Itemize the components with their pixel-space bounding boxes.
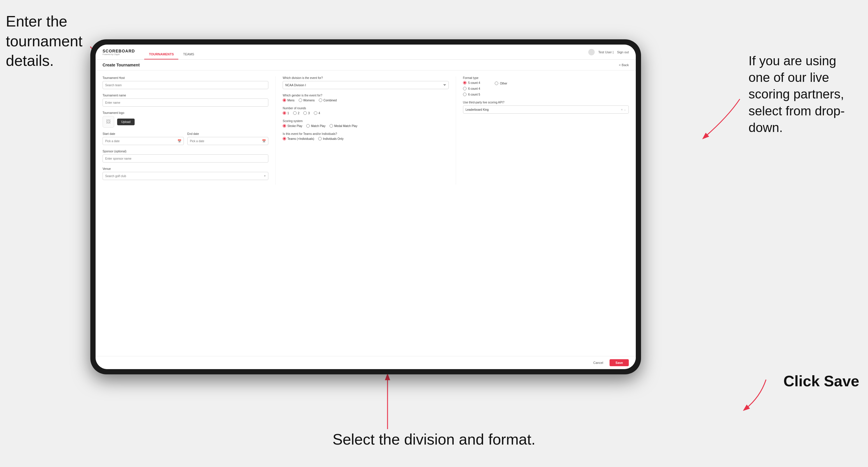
rounds-3-radio[interactable] <box>303 111 307 115</box>
event-teams[interactable]: Teams (+Individuals) <box>283 137 314 141</box>
gender-womens[interactable]: Womens <box>299 98 315 102</box>
scoring-stroke[interactable]: Stroke Play <box>283 124 302 128</box>
format-5count4-radio[interactable] <box>463 81 466 85</box>
gender-combined-radio[interactable] <box>319 98 322 102</box>
tablet-frame: SCOREBOARD Powered by Clippit TOURNAMENT… <box>90 39 641 374</box>
format-radio-group: 5 count 4 6 count 4 6 count 5 <box>463 81 480 96</box>
scoring-label: Scoring system <box>283 119 448 123</box>
annotation-enter-tournament: Enter the tournament details. <box>6 12 87 71</box>
brand-title: SCOREBOARD <box>102 49 135 53</box>
scoring-match[interactable]: Match Play <box>306 124 325 128</box>
division-label: Which division is the event for? <box>283 76 448 80</box>
form-footer: Cancel Save <box>96 356 636 369</box>
tournament-host-group: Tournament Host <box>102 76 268 89</box>
gender-mens-radio[interactable] <box>283 98 286 102</box>
user-label: Test User | <box>598 51 613 54</box>
tablet-screen: SCOREBOARD Powered by Clippit TOURNAMENT… <box>96 44 636 369</box>
signout-link[interactable]: Sign out <box>617 51 629 54</box>
logo-placeholder: 🖼 <box>102 116 114 128</box>
rounds-2-radio[interactable] <box>293 111 297 115</box>
cancel-button[interactable]: Cancel <box>590 359 607 366</box>
end-date-input[interactable] <box>187 137 269 145</box>
rounds-radio-group: 1 2 3 4 <box>283 111 448 115</box>
gender-womens-radio[interactable] <box>299 98 302 102</box>
tab-teams[interactable]: TEAMS <box>178 44 199 59</box>
back-link[interactable]: < Back <box>619 63 629 67</box>
format-6count5[interactable]: 6 count 5 <box>463 93 480 96</box>
format-type-label: Format type <box>463 76 629 80</box>
save-button[interactable]: Save <box>610 359 629 366</box>
format-type-group: Format type 5 count 4 6 count 4 <box>463 76 629 96</box>
venue-input[interactable] <box>102 172 268 180</box>
format-6count4-radio[interactable] <box>463 87 466 90</box>
image-icon: 🖼 <box>106 119 111 124</box>
upload-button[interactable]: Upload <box>117 119 135 125</box>
venue-label: Venue <box>102 167 268 170</box>
tournament-name-group: Tournament name <box>102 94 268 106</box>
division-group: Which division is the event for? NCAA Di… <box>283 76 448 89</box>
scoring-medal[interactable]: Medal Match Play <box>330 124 357 128</box>
form-col-3: Format type 5 count 4 6 count 4 <box>456 76 629 185</box>
tab-tournaments[interactable]: TOURNAMENTS <box>144 44 178 59</box>
division-select[interactable]: NCAA Division I <box>283 81 448 89</box>
format-6count5-radio[interactable] <box>463 93 466 96</box>
event-for-label: Is this event for Teams and/or Individua… <box>283 132 448 135</box>
date-row: Start date 📅 End date 📅 <box>102 132 268 145</box>
live-scoring-value: Leaderboard King <box>466 108 621 111</box>
annotation-live-scoring: If you are using one of our live scoring… <box>748 53 859 136</box>
calendar-icon-start: 📅 <box>178 139 182 143</box>
rounds-3[interactable]: 3 <box>303 111 310 115</box>
start-date-wrap: 📅 <box>102 137 184 145</box>
format-other[interactable]: Other <box>495 82 507 85</box>
scoring-radio-group: Stroke Play Match Play Medal Match Play <box>283 124 448 128</box>
event-for-radio-group: Teams (+Individuals) Individuals Only <box>283 137 448 141</box>
start-date-label: Start date <box>102 132 184 135</box>
live-scoring-select[interactable]: Leaderboard King × ⌄ <box>463 105 629 114</box>
rounds-label: Number of rounds <box>283 106 448 110</box>
navbar-right: Test User | Sign out <box>588 49 629 55</box>
sponsor-input[interactable] <box>102 154 268 162</box>
live-scoring-clear[interactable]: × <box>621 108 623 111</box>
annotation-click-save: Click Save <box>783 371 859 391</box>
rounds-4[interactable]: 4 <box>314 111 320 115</box>
scoring-match-radio[interactable] <box>306 124 310 128</box>
end-date-wrap: 📅 <box>187 137 269 145</box>
start-date-input[interactable] <box>102 137 184 145</box>
format-6count4[interactable]: 6 count 4 <box>463 87 480 90</box>
scoring-stroke-radio[interactable] <box>283 124 286 128</box>
annotation-select-division: Select the division and format. <box>333 430 535 449</box>
arrow-live-scoring <box>687 93 746 152</box>
tournament-host-label: Tournament Host <box>102 76 268 80</box>
rounds-2[interactable]: 2 <box>293 111 300 115</box>
form-col-1: Tournament Host Tournament name Tourname… <box>102 76 276 185</box>
avatar <box>588 49 595 55</box>
gender-group: Which gender is the event for? Mens Wome… <box>283 94 448 102</box>
event-individuals[interactable]: Individuals Only <box>318 137 344 141</box>
scoring-medal-radio[interactable] <box>330 124 333 128</box>
end-date-label: End date <box>187 132 269 135</box>
tournament-name-input[interactable] <box>102 98 268 106</box>
navbar: SCOREBOARD Powered by Clippit TOURNAMENT… <box>96 44 636 60</box>
gender-label: Which gender is the event for? <box>283 94 448 97</box>
venue-group: Venue ▼ <box>102 167 268 180</box>
event-teams-radio[interactable] <box>283 137 286 141</box>
tournament-host-input[interactable] <box>102 81 268 89</box>
arrow-click-save <box>714 371 772 414</box>
format-5count4[interactable]: 5 count 4 <box>463 81 480 85</box>
brand-sub: Powered by Clippit <box>102 53 135 55</box>
rounds-1[interactable]: 1 <box>283 111 289 115</box>
format-other-radio[interactable] <box>495 82 498 85</box>
gender-combined[interactable]: Combined <box>319 98 337 102</box>
event-individuals-radio[interactable] <box>318 137 322 141</box>
page-header: Create Tournament < Back <box>96 60 636 70</box>
sponsor-group: Sponsor (optional) <box>102 150 268 162</box>
live-scoring-dropdown-icon[interactable]: ⌄ <box>624 108 626 111</box>
sponsor-label: Sponsor (optional) <box>102 150 268 153</box>
rounds-4-radio[interactable] <box>314 111 317 115</box>
gender-mens[interactable]: Mens <box>283 98 294 102</box>
rounds-1-radio[interactable] <box>283 111 286 115</box>
live-scoring-group: Use third-party live scoring API? Leader… <box>463 101 629 114</box>
start-date-group: Start date 📅 <box>102 132 184 145</box>
page-title: Create Tournament <box>102 63 140 67</box>
rounds-group: Number of rounds 1 2 <box>283 106 448 115</box>
